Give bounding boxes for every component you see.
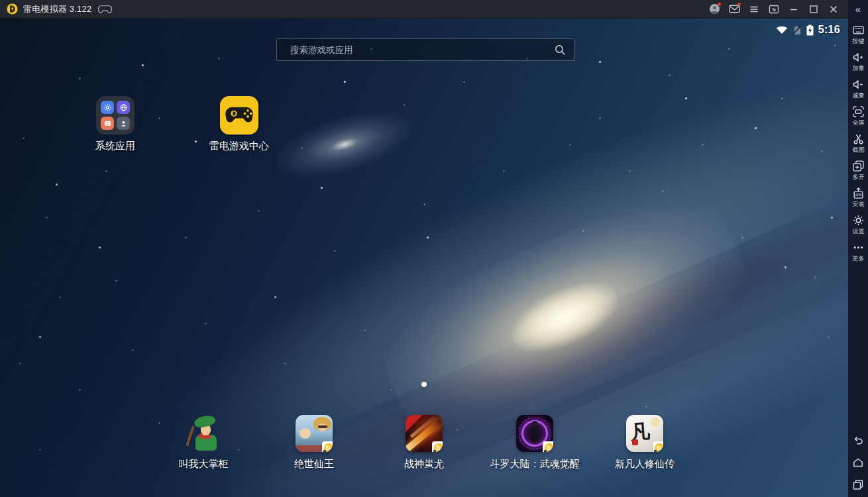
toolbar-sidebar: « 按键 加量 减量 xyxy=(848,0,868,497)
nav-back-button[interactable] xyxy=(852,435,864,446)
wallpaper-small-galaxy xyxy=(270,100,419,190)
user-avatar-button[interactable] xyxy=(706,1,722,17)
dock-app-1-icon xyxy=(185,415,222,452)
fullscreen-icon xyxy=(853,106,864,117)
android-statusbar: 5:16 xyxy=(776,24,840,36)
messages-button[interactable] xyxy=(726,1,742,17)
sidebar-item-keymap[interactable]: 按键 xyxy=(848,21,868,48)
browser-mini-icon xyxy=(117,101,130,114)
game-center-icon xyxy=(220,96,258,135)
sidebar-item-apk-install[interactable]: APK 安装 xyxy=(848,184,868,211)
dock-app-4[interactable]: D 斗罗大陆：武魂觉醒 xyxy=(482,415,588,470)
dock-app-2[interactable]: D 绝世仙王 xyxy=(261,415,367,470)
sim-disabled-icon xyxy=(792,25,802,35)
sidebar-item-fullscreen[interactable]: 全屏 xyxy=(848,103,868,130)
app-folder-system-apps[interactable]: 系统应用 xyxy=(69,96,162,152)
app-label: 系统应用 xyxy=(95,140,135,152)
sidebar-item-volume-down[interactable]: 减量 xyxy=(848,76,868,103)
titlebar: 雷电模拟器 3.122 xyxy=(0,0,848,19)
notification-dot xyxy=(737,3,741,6)
volume-down-icon xyxy=(853,79,864,90)
promo-ribbon xyxy=(406,415,423,432)
search-icon xyxy=(554,44,566,56)
settings-gear-icon xyxy=(853,215,864,226)
search-input[interactable] xyxy=(289,44,554,56)
ldplayer-badge-icon: D xyxy=(322,441,333,452)
dock-app-label: 斗罗大陆：武魂觉醒 xyxy=(490,458,580,470)
android-screen: 5:16 xyxy=(0,19,848,497)
menu-button[interactable] xyxy=(746,1,762,17)
titlebar-controls xyxy=(702,1,848,17)
multi-instance-icon xyxy=(853,160,864,172)
sidebar-item-multi-instance[interactable]: 多开 xyxy=(848,157,868,184)
gamepad-indicator-icon[interactable] xyxy=(98,5,112,14)
nav-recents-button[interactable] xyxy=(852,479,864,490)
apk-install-icon: APK xyxy=(853,188,864,199)
settings-mini-icon xyxy=(101,101,114,114)
dock-app-label: 战神蚩尤 xyxy=(404,458,444,470)
sidebar-items: 按键 加量 减量 全屏 xyxy=(848,21,868,266)
dock-app-3[interactable]: D 战神蚩尤 xyxy=(371,415,477,470)
volume-up-icon xyxy=(853,52,864,63)
dock-app-label: 新凡人修仙传 xyxy=(615,458,675,470)
mini-mode-button[interactable] xyxy=(766,1,782,17)
wallpaper-bright-stars xyxy=(0,19,1,19)
wifi-icon xyxy=(776,25,788,34)
titlebar-left: 雷电模拟器 3.122 xyxy=(0,3,112,15)
android-nav-buttons xyxy=(852,435,864,497)
dock-app-label: 绝世仙王 xyxy=(294,458,334,470)
dock-app-1[interactable]: 叫我大掌柜 xyxy=(150,415,256,470)
dock-app-label: 叫我大掌柜 xyxy=(179,458,229,470)
more-dots-icon xyxy=(853,242,864,253)
notification-dot xyxy=(718,3,721,6)
dock-app-3-icon: D xyxy=(406,415,443,452)
contacts-mini-icon xyxy=(117,117,130,130)
sidebar-item-screenshot[interactable]: 截图 xyxy=(848,130,868,157)
search-bar[interactable] xyxy=(276,38,574,61)
page-indicator-dot xyxy=(421,382,427,387)
ldplayer-badge-icon: D xyxy=(543,441,553,452)
ldplayer-badge-icon: D xyxy=(653,441,663,452)
sidebar-item-volume-up[interactable]: 加量 xyxy=(848,48,868,76)
app-game-center[interactable]: 雷电游戏中心 xyxy=(193,96,286,152)
sidebar-item-more[interactable]: 更多 xyxy=(848,239,868,266)
nav-home-button[interactable] xyxy=(852,457,864,468)
ldplayer-logo-icon xyxy=(7,3,18,15)
collapse-sidebar-button[interactable]: « xyxy=(848,0,868,19)
wallpaper-stars xyxy=(0,19,1,19)
emulator-window: 雷电模拟器 3.122 xyxy=(0,0,868,497)
sidebar-item-settings[interactable]: 设置 xyxy=(848,211,868,239)
dock-app-2-icon: D xyxy=(296,415,333,452)
dock-app-5-icon: 凡 D xyxy=(626,415,663,452)
window-title: 雷电模拟器 3.122 xyxy=(23,3,91,15)
files-mini-icon xyxy=(101,117,114,130)
keyboard-icon xyxy=(853,25,864,36)
close-button[interactable] xyxy=(826,1,841,17)
svg-text:APK: APK xyxy=(855,193,862,197)
dock-app-5[interactable]: 凡 D 新凡人修仙传 xyxy=(592,415,698,470)
system-apps-folder-icon xyxy=(96,96,135,135)
maximize-button[interactable] xyxy=(806,1,822,17)
clock: 5:16 xyxy=(818,24,840,36)
dock-app-4-icon: D xyxy=(516,415,553,452)
ldplayer-badge-icon: D xyxy=(432,441,443,452)
app-label: 雷电游戏中心 xyxy=(209,140,269,152)
battery-charging-icon xyxy=(806,25,814,36)
screenshot-scissors-icon xyxy=(853,133,864,144)
minimize-button[interactable] xyxy=(786,1,802,17)
